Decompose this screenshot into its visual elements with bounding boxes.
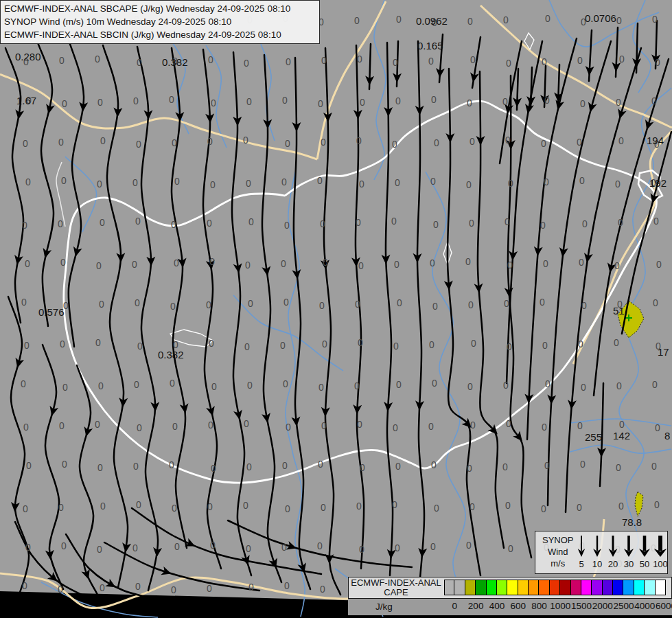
grid-value-zero: 0 <box>321 55 327 66</box>
grid-value-zero: 0 <box>132 542 138 553</box>
grid-value-zero: 0 <box>544 95 550 106</box>
grid-value-zero: 0 <box>542 56 547 67</box>
grid-value-zero: 0 <box>430 176 436 187</box>
streamline-arrows <box>10 54 660 591</box>
grid-value-zero: 0 <box>579 175 585 186</box>
grid-value-zero: 0 <box>97 179 102 190</box>
grid-value-zero: 0 <box>245 260 251 271</box>
grid-value-zero: 0 <box>467 16 473 27</box>
cape-color-cell <box>465 580 476 595</box>
cape-color-cell <box>571 580 581 595</box>
grid-value-zero: 0 <box>431 94 437 105</box>
grid-value-zero: 0 <box>468 299 474 310</box>
grid-value-zero: 0 <box>359 179 364 190</box>
wind-streamline <box>5 48 23 323</box>
grid-value-zero: 0 <box>465 256 471 267</box>
grid-value-zero: 0 <box>619 419 625 430</box>
wind-arrow-icon <box>637 534 652 559</box>
grid-value-zero: 0 <box>321 137 326 148</box>
grid-value-zero: 0 <box>174 541 180 552</box>
grid-value-zero: 0 <box>320 218 325 229</box>
grid-value-zero: 0 <box>653 216 659 227</box>
grid-value-zero: 0 <box>355 299 360 310</box>
grid-value-zero: 0 <box>209 256 215 267</box>
grid-value-zero: 0 <box>577 55 583 66</box>
cape-color-cell <box>476 580 486 595</box>
grid-value-zero: 0 <box>247 380 253 391</box>
grid-value-zero: 0 <box>58 137 64 148</box>
grid-value-zero: 0 <box>23 138 28 149</box>
station-value: 17 <box>658 346 669 358</box>
grid-value-zero: 0 <box>59 55 65 66</box>
grid-value-zero: 0 <box>95 419 100 430</box>
grid-value-zero: 0 <box>577 502 582 513</box>
grid-value-zero: 0 <box>655 422 660 433</box>
grid-value-zero: 0 <box>357 54 362 65</box>
grid-value-zero: 0 <box>210 179 216 190</box>
grid-value-zero: 0 <box>429 339 435 350</box>
grid-value-zero: 0 <box>393 422 398 433</box>
title-line-wind: SYNOP Wind (m/s) 10m Wednesday 24-09-202… <box>4 15 315 28</box>
grid-value-zero: 0 <box>395 95 401 106</box>
station-value: 192 <box>649 177 667 189</box>
grid-value-zero: 0 <box>395 542 400 553</box>
grid-value-zero: 0 <box>619 54 625 65</box>
cape-tick-label: 800 <box>531 601 547 611</box>
grid-value-zero: 0 <box>243 500 248 511</box>
cape-color-cell <box>487 580 497 595</box>
grid-value-zero: 0 <box>136 139 141 150</box>
grid-value-zero: 0 <box>136 499 141 510</box>
grid-value-zero: 0 <box>508 543 513 554</box>
grid-value-zero: 0 <box>24 340 30 351</box>
grid-value-zero: 0 <box>248 216 254 227</box>
grid-value-zero: 0 <box>100 217 105 228</box>
grid-value-zero: 0 <box>244 341 250 352</box>
grid-value-zero: 0 <box>654 499 660 510</box>
grid-value-zero: 0 <box>578 339 583 350</box>
grid-value-zero: 0 <box>579 257 584 268</box>
grid-value-zero: 0 <box>545 378 551 389</box>
wind-streamline <box>324 48 340 595</box>
cape-patch <box>635 492 643 516</box>
grid-value-zero: 0 <box>248 582 254 593</box>
grid-value-zero: 0 <box>618 217 623 228</box>
grid-value-zero: 0 <box>286 422 291 433</box>
grid-value-zero: 0 <box>616 462 621 473</box>
grid-value-zero: 0 <box>133 461 139 472</box>
cape-colorbar <box>444 580 666 595</box>
grid-value-zero: 0 <box>100 135 106 146</box>
grid-value-zero: 0 <box>614 260 620 271</box>
cape-color-cell <box>613 580 623 595</box>
wind-legend-title: SYNOP Wind m/s <box>542 534 574 569</box>
grid-value-zero: 0 <box>507 341 512 352</box>
grid-value-zero: 0 <box>505 500 511 511</box>
grid-value-zero: 0 <box>616 380 622 391</box>
station-value: 255 <box>585 431 602 443</box>
wind-arrow-icon <box>605 534 621 559</box>
grid-value-zero: 0 <box>395 177 400 188</box>
title-line-sbcape: ECMWF-INDEX-ANAL SBCAPE (J/kg) Wednesday… <box>4 2 315 15</box>
grid-value-zero: 0 <box>656 259 662 270</box>
grid-value-zero: 0 <box>25 176 31 187</box>
grid-value-zero: 0 <box>318 382 324 393</box>
wind-streamline <box>38 43 54 326</box>
river-line <box>374 0 386 180</box>
grid-value-zero: 0 <box>433 219 439 230</box>
grid-value-zero: 0 <box>577 420 583 431</box>
grid-value-zero: 0 <box>281 542 287 553</box>
grid-value-zero: 0 <box>21 297 27 308</box>
cape-legend-model: ECMWF-INDEX-ANAL <box>351 578 441 588</box>
grid-value-zero: 0 <box>616 97 621 108</box>
grid-value-zero: 0 <box>25 542 31 553</box>
grid-value-zero: 0 <box>582 218 588 229</box>
grid-value-zero: 0 <box>502 461 508 472</box>
grid-value-zero: 0 <box>59 420 65 431</box>
grid-value-zero: 0 <box>466 540 472 551</box>
grid-value-zero: 0 <box>469 218 474 229</box>
grid-value-zero: 0 <box>396 14 402 25</box>
grid-value-zero: 0 <box>286 56 291 67</box>
cape-color-cell <box>645 580 655 595</box>
grid-value-zero: 0 <box>428 56 434 67</box>
wind-speed-label: 50 <box>637 559 652 569</box>
grid-value-zero: 0 <box>360 97 365 108</box>
